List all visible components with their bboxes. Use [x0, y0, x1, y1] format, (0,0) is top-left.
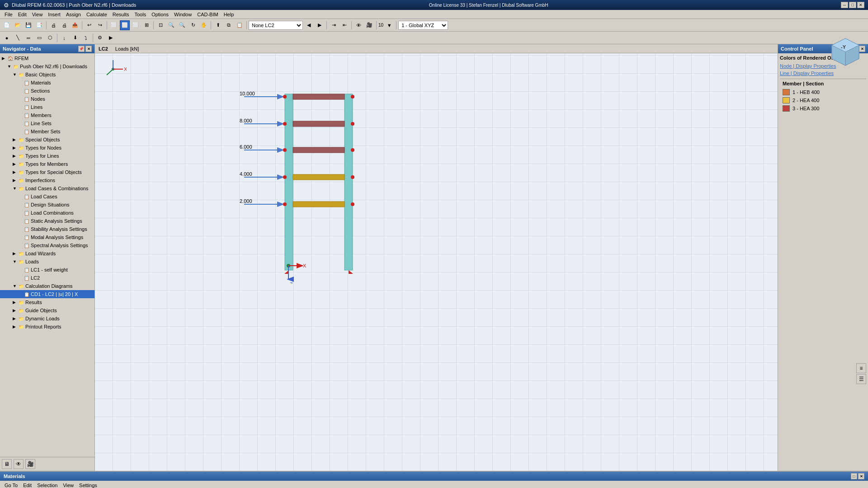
- rotate[interactable]: ↻: [188, 20, 198, 30]
- section-item-2[interactable]: 2 - HEA 400: [783, 96, 863, 104]
- print-button[interactable]: 🖨: [48, 20, 58, 30]
- pan[interactable]: ✋: [199, 20, 209, 30]
- analyze1[interactable]: ⚙: [95, 33, 105, 43]
- load-case-select[interactable]: None LC2: [249, 21, 303, 30]
- tree-item-guide-objects[interactable]: ▶📁Guide Objects: [0, 306, 94, 314]
- tree-item-printout-reports[interactable]: ▶📁Printout Reports: [0, 323, 94, 331]
- tree-item-types-nodes[interactable]: ▶📁Types for Nodes: [0, 144, 94, 152]
- redo-button[interactable]: ↪: [95, 20, 105, 30]
- cube-view[interactable]: -Y: [827, 44, 863, 73]
- materials-max-button[interactable]: □: [851, 473, 857, 479]
- tree-item-results[interactable]: ▶📁Results: [0, 298, 94, 306]
- tree-item-static-settings[interactable]: 📋Static Analysis Settings: [0, 217, 94, 225]
- tree-item-member-sets[interactable]: 📋Member Sets: [0, 127, 94, 136]
- tree-item-members[interactable]: 📋Members: [0, 111, 94, 119]
- viewport-canvas[interactable]: 10.000 8.000 6.000 4.000 2.000: [95, 53, 778, 471]
- tree-item-modal-settings[interactable]: 📋Modal Analysis Settings: [0, 233, 94, 241]
- cp-icon1[interactable]: ≡: [856, 363, 866, 373]
- tree-item-types-lines[interactable]: ▶📁Types for Lines: [0, 152, 94, 160]
- line-tool[interactable]: ╲: [13, 33, 23, 43]
- menu-item-calculate[interactable]: Calculate: [84, 11, 110, 18]
- tree-item-materials[interactable]: 📋Materials: [0, 79, 94, 87]
- lc-next[interactable]: ▶: [315, 20, 325, 30]
- node-tool[interactable]: ●: [2, 33, 12, 43]
- camera1[interactable]: 👁: [354, 20, 363, 30]
- menu-item-edit[interactable]: Edit: [15, 11, 29, 18]
- tool2[interactable]: ⇤: [340, 20, 349, 30]
- tool1[interactable]: ⇥: [329, 20, 339, 30]
- tree-item-load-cases-combo[interactable]: ▼📁Load Cases & Combinations: [0, 184, 94, 192]
- tree-item-dynamic-loads[interactable]: ▶📁Dynamic Loads: [0, 314, 94, 323]
- tree-item-nodes[interactable]: 📋Nodes: [0, 95, 94, 103]
- tree-item-calc-diagrams[interactable]: ▼📁Calculation Diagrams: [0, 282, 94, 290]
- view3-button[interactable]: ⬜: [131, 20, 141, 30]
- section-item-1[interactable]: 1 - HEB 400: [783, 88, 863, 96]
- load-tool3[interactable]: ⤵: [81, 33, 91, 43]
- menu-item-insert[interactable]: Insert: [45, 11, 63, 18]
- maximize-button[interactable]: □: [849, 2, 856, 8]
- menu-item-view[interactable]: View: [29, 11, 46, 18]
- view4-button[interactable]: ⊞: [142, 20, 151, 30]
- menu-item-assign[interactable]: Assign: [63, 11, 84, 18]
- load-tool2[interactable]: ⬇: [70, 33, 80, 43]
- tree-item-stability-settings[interactable]: 📋Stability Analysis Settings: [0, 225, 94, 233]
- mat-menu-edit[interactable]: Edit: [20, 482, 34, 488]
- tree-item-load-cases[interactable]: 📋Load Cases: [0, 192, 94, 201]
- tree-item-load-combinations[interactable]: 📋Load Combinations: [0, 209, 94, 217]
- tree-item-lc1[interactable]: 📋LC1 - self weight: [0, 266, 94, 274]
- nav-eye-icon[interactable]: 👁: [14, 459, 24, 469]
- undo-button[interactable]: ↩: [84, 20, 94, 30]
- nav-pin-button[interactable]: 📌: [78, 46, 85, 52]
- close-button[interactable]: ✕: [857, 2, 864, 8]
- member-tool[interactable]: ═: [24, 33, 33, 43]
- camera2[interactable]: 🎥: [364, 20, 374, 30]
- tree-item-types-members[interactable]: ▶📁Types for Members: [0, 160, 94, 168]
- section-item-3[interactable]: 3 - HEA 300: [783, 104, 863, 113]
- print2-button[interactable]: 🖨: [59, 20, 69, 30]
- lc-prev[interactable]: ◀: [304, 20, 314, 30]
- paste[interactable]: 📋: [235, 20, 245, 30]
- nav-close-button[interactable]: ✕: [85, 46, 92, 52]
- tree-item-basic-objects[interactable]: ▼📁Basic Objects: [0, 70, 94, 79]
- tree-item-rfem[interactable]: ▶🏠RFEM: [0, 54, 94, 62]
- tree-item-load-wizards[interactable]: ▶📁Load Wizards: [0, 249, 94, 258]
- tree-item-design-situations[interactable]: 📋Design Situations: [0, 201, 94, 209]
- analyze2[interactable]: ▶: [106, 33, 116, 43]
- zoom-box[interactable]: ▼: [384, 20, 394, 30]
- copy[interactable]: ⧉: [224, 20, 234, 30]
- tree-item-cd1[interactable]: 📋CD1 - LC2 | |u| 20 | X: [0, 290, 94, 298]
- tree-item-spectral-settings[interactable]: 📋Spectral Analysis Settings: [0, 241, 94, 249]
- menu-item-tools[interactable]: Tools: [132, 11, 149, 18]
- minimize-button[interactable]: ─: [841, 2, 848, 8]
- tree-item-line-sets[interactable]: 📋Line Sets: [0, 119, 94, 127]
- volume-tool[interactable]: ⬡: [45, 33, 55, 43]
- mat-menu-settings[interactable]: Settings: [76, 482, 100, 488]
- new-button[interactable]: 📄: [2, 20, 12, 30]
- tree-item-imperfections[interactable]: ▶📁Imperfections: [0, 176, 94, 184]
- menu-item-help[interactable]: Help: [221, 11, 237, 18]
- tree-item-lc2[interactable]: 📋LC2: [0, 274, 94, 282]
- plate-tool[interactable]: ▭: [34, 33, 44, 43]
- menu-item-results[interactable]: Results: [110, 11, 132, 18]
- export-button[interactable]: 📤: [70, 20, 80, 30]
- zoom-fit[interactable]: ⊡: [156, 20, 165, 30]
- tree-item-project[interactable]: ▼📁Push Ober N2.rf6 | Downloads: [0, 62, 94, 70]
- nav-video-icon[interactable]: 🎥: [25, 459, 35, 469]
- view2-button[interactable]: ⬜: [120, 20, 130, 30]
- tree-item-special-objects[interactable]: ▶📁Special Objects: [0, 136, 94, 144]
- menu-item-options[interactable]: Options: [149, 11, 171, 18]
- materials-close-button[interactable]: ✕: [858, 473, 864, 479]
- save-all-button[interactable]: 📑: [34, 20, 44, 30]
- tree-item-loads[interactable]: ▼📁Loads: [0, 258, 94, 266]
- mat-menu-view[interactable]: View: [60, 482, 76, 488]
- mat-menu-go-to[interactable]: Go To: [2, 482, 20, 488]
- menu-item-file[interactable]: File: [2, 11, 15, 18]
- save-button[interactable]: 💾: [24, 20, 33, 30]
- mat-menu-selection[interactable]: Selection: [34, 482, 60, 488]
- tree-item-types-special[interactable]: ▶📁Types for Special Objects: [0, 168, 94, 176]
- menu-item-cad-bim[interactable]: CAD-BIM: [194, 11, 221, 18]
- select[interactable]: ⬆: [213, 20, 223, 30]
- cp-icon2[interactable]: ☰: [856, 374, 866, 384]
- menu-item-window[interactable]: Window: [171, 11, 194, 18]
- view1-button[interactable]: ⬜: [109, 20, 119, 30]
